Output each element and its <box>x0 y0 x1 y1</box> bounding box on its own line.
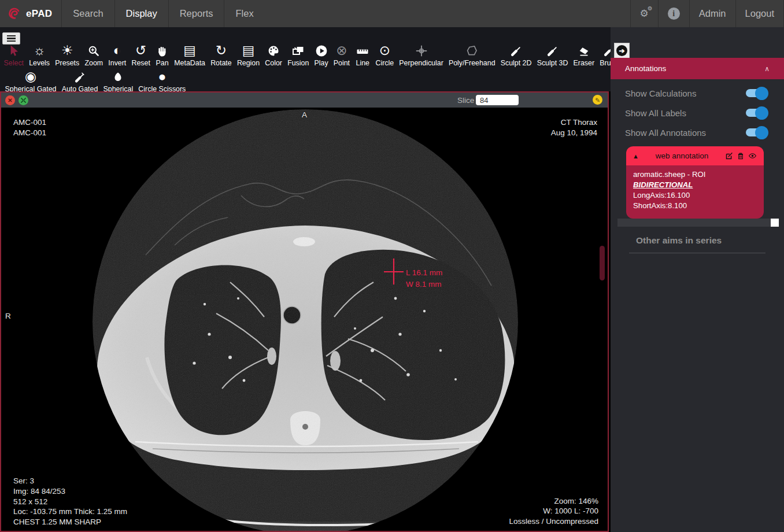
epad-logo-icon <box>7 6 22 21</box>
tool-circle[interactable]: ⊙Circle <box>373 40 397 67</box>
show-all-annotations-toggle[interactable] <box>746 128 766 136</box>
overlay-line: Zoom: 146% <box>509 496 598 507</box>
tool-label: Color <box>265 59 282 67</box>
slice-number-input[interactable] <box>476 95 519 105</box>
tool-zoom[interactable]: Zoom <box>82 40 106 67</box>
annotation-card-header[interactable]: ▲ web annotation <box>626 146 764 165</box>
tool-fusion[interactable]: Fusion <box>285 40 312 67</box>
tool-label: Select <box>4 59 24 67</box>
edit-icon <box>725 152 734 160</box>
delete-annotation-button[interactable] <box>737 152 745 160</box>
annotations-section-header[interactable]: Annotations ∧ <box>611 58 784 79</box>
play-circle-icon <box>315 40 328 58</box>
tool-presets[interactable]: ☀Presets <box>53 40 82 67</box>
overlay-line: Img: 84 84/253 <box>13 486 127 497</box>
tool-circle-scissors[interactable]: ●Circle Scissors <box>136 66 188 93</box>
panel-scrollbar-thumb[interactable] <box>771 219 779 227</box>
annotation-card[interactable]: ▲ web annotation <box>626 146 764 219</box>
tool-label: Rotate <box>210 59 232 67</box>
circle-ring-dot-icon: ◉ <box>25 66 36 84</box>
study-info-overlay: CT Thorax Aug 10, 1994 <box>551 117 597 138</box>
egg-icon <box>112 66 124 84</box>
tool-metadata[interactable]: ▤MetaData <box>172 40 208 67</box>
nav-item-admin[interactable]: Admin <box>689 0 735 27</box>
point-target-icon: ⊗ <box>336 40 347 58</box>
toggle-row-show-calculations: Show Calculations <box>625 86 771 100</box>
nav-item-reports[interactable]: Reports <box>168 0 224 27</box>
tool-label: Fusion <box>287 59 309 67</box>
nav-item-flex[interactable]: Flex <box>224 0 264 27</box>
display-info-overlay: Zoom: 146%W: 1000 L: -700Lossless / Unco… <box>509 496 598 527</box>
tool-color[interactable]: Color <box>262 40 285 67</box>
tool-point[interactable]: ⊗Point <box>331 40 352 67</box>
tool-spherical-gated[interactable]: ◉Spherical Gated <box>2 66 59 93</box>
brightness-icon: ☼ <box>34 40 46 58</box>
top-nav: ePAD Search Display Reports Flex ⚙⚙ i Ad… <box>0 0 784 27</box>
brush-gated-icon <box>73 66 86 84</box>
other-aims-title: Other aims in series <box>636 235 722 246</box>
tool-region[interactable]: ▤Region <box>234 40 262 67</box>
tool-perpendicular[interactable]: Perpendicular <box>397 40 446 67</box>
overlay-line: Loc: -103.75 mm Thick: 1.25 mm <box>13 507 127 517</box>
tool-rotate[interactable]: ↻Rotate <box>208 40 235 67</box>
tool-label: Presets <box>55 59 79 67</box>
tool-line[interactable]: Line <box>353 40 373 67</box>
tool-spherical[interactable]: Spherical <box>101 66 136 93</box>
tool-sculpt-2d[interactable]: Sculpt 2D <box>498 40 534 67</box>
overlay-line: W: 1000 L: -700 <box>509 506 598 516</box>
brand-title: ePAD <box>26 8 52 20</box>
annotation-short-axis: ShortAxis:8.100 <box>633 201 757 211</box>
toolbar-row-2: ◉Spherical GatedAuto GatedSpherical●Circ… <box>2 66 188 93</box>
nav-item-display[interactable]: Display <box>114 0 168 27</box>
info-button[interactable]: i <box>658 0 689 27</box>
epad-logo[interactable]: ePAD <box>0 0 61 27</box>
show-calculations-toggle[interactable] <box>746 89 766 97</box>
annotation-type: BIDIRECTIONAL <box>633 180 757 190</box>
collapse-card-icon[interactable]: ▲ <box>633 153 639 160</box>
nav-item-logout[interactable]: Logout <box>735 0 784 27</box>
rotate-arrow-icon: ↻ <box>216 40 227 58</box>
collapse-panel-button[interactable]: ➔ <box>614 43 630 58</box>
tool-label: Sculpt 3D <box>537 59 568 67</box>
tool-label: Line <box>356 59 369 67</box>
tool-label: Region <box>237 59 260 67</box>
hand-icon <box>156 40 169 58</box>
circle-dot-icon: ⊙ <box>379 40 390 58</box>
edit-annotation-button[interactable] <box>725 152 734 160</box>
tool-label: Eraser <box>574 59 595 67</box>
tool-label: Poly/Freehand <box>449 59 495 67</box>
table-icon: ▤ <box>242 40 255 58</box>
ct-axial-slice-image: L 16.1 mm W 8.1 mm <box>1 108 608 531</box>
show-annotation-button[interactable] <box>748 152 757 160</box>
tool-invert[interactable]: ◐Invert <box>106 40 129 67</box>
close-viewport-button[interactable]: ✕ <box>5 95 15 105</box>
tool-sculpt-3d[interactable]: Sculpt 3D <box>534 40 571 67</box>
settings-button[interactable]: ⚙⚙ <box>630 0 658 27</box>
tool-poly-freehand[interactable]: Poly/Freehand <box>446 40 498 67</box>
brush-icon <box>509 40 523 58</box>
tool-label: Sculpt 2D <box>501 59 532 67</box>
cursor-arrow-icon <box>7 40 20 58</box>
tool-eraser[interactable]: Eraser <box>571 40 597 67</box>
filled-circle-icon: ● <box>158 66 166 84</box>
slice-scrollbar-thumb[interactable] <box>600 246 605 280</box>
edit-slice-button[interactable]: ✎ <box>593 95 602 105</box>
tool-pan[interactable]: Pan <box>153 40 171 67</box>
presets-sun-icon: ☀ <box>61 40 73 58</box>
annotation-long-axis: LongAxis:16.100 <box>633 190 757 201</box>
trash-icon <box>737 152 745 160</box>
tool-levels[interactable]: ☼Levels <box>27 40 53 67</box>
ct-image-canvas[interactable]: L 16.1 mm W 8.1 mm AMC-001 AMC-001 A R C… <box>1 108 608 531</box>
eraser-icon <box>577 40 591 58</box>
expand-viewport-button[interactable] <box>19 95 28 105</box>
tool-play[interactable]: Play <box>312 40 331 67</box>
tool-label: Perpendicular <box>399 59 443 67</box>
show-all-labels-toggle[interactable] <box>746 109 766 117</box>
annotations-title: Annotations <box>625 64 666 73</box>
overlay-line: 512 x 512 <box>13 497 127 507</box>
tool-reset[interactable]: ↺Reset <box>129 40 153 67</box>
chevron-up-icon: ∧ <box>764 65 770 73</box>
nav-item-search[interactable]: Search <box>61 0 114 27</box>
tool-auto-gated[interactable]: Auto Gated <box>59 66 101 93</box>
tool-select[interactable]: Select <box>1 40 27 67</box>
